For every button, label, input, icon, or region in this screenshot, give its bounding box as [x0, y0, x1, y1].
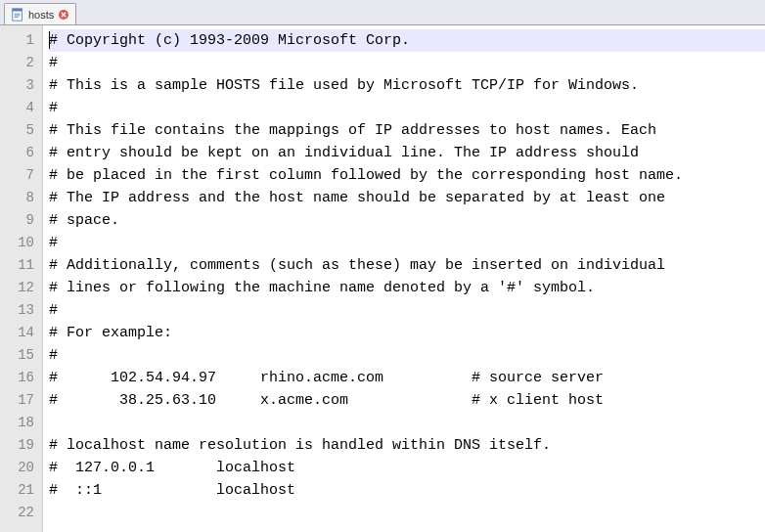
line-number: 4 [4, 97, 34, 119]
line-number: 5 [4, 119, 34, 142]
code-line[interactable]: # space. [49, 209, 765, 232]
code-line[interactable]: # [49, 344, 765, 367]
code-line[interactable]: # localhost name resolution is handled w… [49, 434, 765, 457]
code-line[interactable]: # ::1 localhost [49, 479, 765, 502]
code-line[interactable]: # [49, 299, 765, 322]
close-icon[interactable] [58, 9, 69, 21]
code-line[interactable]: # 102.54.94.97 rhino.acme.com # source s… [49, 367, 765, 389]
code-line[interactable]: # For example: [49, 322, 765, 344]
code-line[interactable]: # [49, 232, 765, 254]
text-caret [49, 31, 50, 49]
line-number: 2 [4, 52, 34, 74]
line-number: 6 [4, 142, 34, 164]
line-number: 16 [4, 367, 34, 389]
code-line[interactable]: # 38.25.63.10 x.acme.com # x client host [49, 389, 765, 412]
code-line[interactable] [49, 412, 765, 434]
line-number: 14 [4, 322, 34, 344]
line-number: 13 [4, 299, 34, 322]
line-number-gutter: 12345678910111213141516171819202122 [0, 25, 43, 532]
file-icon [11, 8, 24, 22]
line-number: 1 [4, 29, 34, 52]
line-number: 18 [4, 412, 34, 434]
line-number: 7 [4, 164, 34, 187]
line-number: 22 [4, 502, 34, 524]
line-number: 9 [4, 209, 34, 232]
line-number: 12 [4, 277, 34, 299]
code-line[interactable]: # The IP address and the host name shoul… [49, 187, 765, 209]
tab-bar: hosts [0, 0, 765, 25]
tab-label: hosts [28, 9, 54, 21]
line-number: 8 [4, 187, 34, 209]
code-area[interactable]: # Copyright (c) 1993-2009 Microsoft Corp… [43, 25, 765, 532]
line-number: 21 [4, 479, 34, 502]
code-line[interactable]: # Copyright (c) 1993-2009 Microsoft Corp… [49, 29, 765, 52]
code-line[interactable]: # entry should be kept on an individual … [49, 142, 765, 164]
line-number: 3 [4, 74, 34, 97]
code-line[interactable]: # lines or following the machine name de… [49, 277, 765, 299]
code-line[interactable]: # be placed in the first column followed… [49, 164, 765, 187]
code-line[interactable]: # 127.0.0.1 localhost [49, 457, 765, 479]
code-line[interactable]: # This file contains the mappings of IP … [49, 119, 765, 142]
code-line[interactable]: # This is a sample HOSTS file used by Mi… [49, 74, 765, 97]
code-line[interactable]: # [49, 52, 765, 74]
line-number: 11 [4, 254, 34, 277]
line-number: 17 [4, 389, 34, 412]
line-number: 19 [4, 434, 34, 457]
line-number: 10 [4, 232, 34, 254]
tab-hosts[interactable]: hosts [4, 3, 76, 24]
editor: 12345678910111213141516171819202122 # Co… [0, 25, 765, 532]
code-line[interactable]: # [49, 97, 765, 119]
svg-rect-1 [13, 8, 22, 11]
line-number: 20 [4, 457, 34, 479]
code-line[interactable]: # Additionally, comments (such as these)… [49, 254, 765, 277]
line-number: 15 [4, 344, 34, 367]
code-line[interactable] [49, 502, 765, 524]
